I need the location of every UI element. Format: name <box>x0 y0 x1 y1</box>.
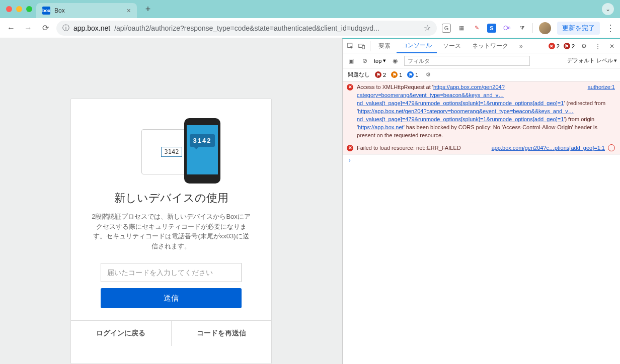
console-tab[interactable]: コンソール <box>397 39 437 53</box>
devtools-menu-icon[interactable]: ⋮ <box>593 41 603 51</box>
separator <box>370 41 370 51</box>
console-link[interactable]: https://app.box.net/gen204?category=boom… <box>357 108 574 122</box>
svg-rect-2 <box>362 45 364 49</box>
phone-code-bubble: 3142 <box>190 134 215 147</box>
console-output: ✕ authorize:1 Access to XMLHttpRequest a… <box>343 81 620 364</box>
submit-button[interactable]: 送信 <box>101 288 242 308</box>
more-tabs-button[interactable]: » <box>514 39 528 53</box>
issue-badge-red[interactable]: ⚑2 <box>375 71 386 78</box>
devtools-tabs: 要素 コンソール ソース ネットワーク » ✕2 ⚑2 ⚙ ⋮ ✕ <box>343 39 620 53</box>
network-error-icon[interactable] <box>608 144 615 151</box>
site-info-icon[interactable]: ⓘ <box>62 24 69 33</box>
extension-icon[interactable]: ✎ <box>472 24 481 33</box>
profile-avatar[interactable] <box>539 22 551 34</box>
message-source-link[interactable]: app.box.com/gen204?c…ptions[add_geo]=1:1 <box>492 144 605 152</box>
forward-button[interactable]: → <box>22 22 34 34</box>
page-content: 3142 3142 新しいデバイスの使用 2段階認証プロセスでは、新しいデバイス… <box>0 38 342 364</box>
separator <box>532 23 533 33</box>
extension-icon[interactable]: S <box>487 24 496 33</box>
illustration-code: 3142 <box>161 147 183 157</box>
tab-title: Box <box>54 7 65 14</box>
card-title: 新しいデバイスの使用 <box>86 191 256 206</box>
console-filter-input[interactable] <box>404 56 530 66</box>
two-factor-card: 3142 3142 新しいデバイスの使用 2段階認証プロセスでは、新しいデバイス… <box>70 99 272 364</box>
settings-gear-icon[interactable]: ⚙ <box>579 41 589 51</box>
tabs-overflow-button[interactable]: ⌄ <box>602 3 614 15</box>
verification-code-input[interactable] <box>101 263 242 282</box>
network-tab[interactable]: ネットワーク <box>467 39 513 53</box>
minimize-window-button[interactable] <box>16 6 22 12</box>
issue-badge-blue[interactable]: ⚑1 <box>407 71 418 78</box>
chevron-down-icon: ▾ <box>383 57 386 64</box>
extension-icon[interactable]: ▦ <box>457 24 466 33</box>
clear-console-icon[interactable]: ⊘ <box>360 56 370 66</box>
sources-tab[interactable]: ソース <box>438 39 466 53</box>
reload-button[interactable]: ⟳ <box>39 22 51 34</box>
message-text: Failed to load resource: net::ERR_FAILED <box>357 145 461 151</box>
extension-icon[interactable]: G <box>442 24 451 33</box>
phone-mock: 3142 <box>184 118 220 184</box>
devtools-panel: 要素 コンソール ソース ネットワーク » ✕2 ⚑2 ⚙ ⋮ ✕ ▣ ⊘ to… <box>342 38 620 364</box>
elements-tab[interactable]: 要素 <box>373 39 396 53</box>
extensions-menu-icon[interactable]: ⧩ <box>517 24 526 33</box>
console-link[interactable]: https://app.box.net <box>358 124 404 130</box>
log-level-selector[interactable]: デフォルト レベル ▾ <box>567 57 617 64</box>
chrome-menu-icon[interactable]: ⋮ <box>606 23 615 34</box>
resend-code-button[interactable]: コードを再送信 <box>171 321 272 346</box>
error-count: 2 <box>557 43 560 49</box>
no-issues-label: 問題なし <box>348 71 370 78</box>
back-to-login-button[interactable]: ログインに戻る <box>71 321 171 346</box>
traffic-lights <box>6 6 32 12</box>
console-settings-gear-icon[interactable]: ⚙ <box>423 70 433 80</box>
maximize-window-button[interactable] <box>26 6 32 12</box>
error-icon: ✕ <box>347 145 353 151</box>
issue-count-badge[interactable]: ⚑2 <box>564 43 575 49</box>
device-toolbar-icon[interactable] <box>357 41 367 51</box>
console-filter-bar: ▣ ⊘ top ▾ ◉ デフォルト レベル ▾ <box>343 53 620 68</box>
browser-chrome: box Box × + ⌄ ← → ⟳ ⓘ app.box.net/api/oa… <box>0 0 620 38</box>
update-chrome-button[interactable]: 更新を完了 <box>557 22 600 35</box>
extension-icons: G ▦ ✎ S ⬡8 ⧩ 更新を完了 ⋮ <box>442 22 615 35</box>
url-path: /api/oauth2/authorize?response_type=code… <box>114 24 379 32</box>
new-tab-button[interactable]: + <box>141 2 155 16</box>
device-illustration: 3142 3142 <box>86 114 256 185</box>
message-text: Access to XMLHttpRequest at ' <box>357 84 433 90</box>
error-count-badge[interactable]: ✕2 <box>549 43 560 49</box>
message-source-link[interactable]: authorize:1 <box>588 83 615 92</box>
tab-favicon: box <box>42 7 50 15</box>
console-prompt[interactable]: › <box>343 155 620 166</box>
inspect-element-icon[interactable] <box>346 41 356 51</box>
issue-badge-orange[interactable]: ⚑1 <box>391 71 402 78</box>
address-bar[interactable]: ⓘ app.box.net/api/oauth2/authorize?respo… <box>56 21 437 36</box>
extension-icon[interactable]: ⬡8 <box>502 24 511 33</box>
card-description: 2段階認証プロセスでは、新しいデバイスからBoxにアクセスする際にセキュリティコ… <box>86 212 256 251</box>
toolbar: ← → ⟳ ⓘ app.box.net/api/oauth2/authorize… <box>0 18 620 38</box>
error-icon: ✕ <box>347 84 353 90</box>
browser-tab[interactable]: box Box × <box>36 3 137 18</box>
live-expression-icon[interactable]: ◉ <box>390 56 400 66</box>
console-sidebar-toggle-icon[interactable]: ▣ <box>346 56 356 66</box>
context-selector[interactable]: top ▾ <box>374 57 386 64</box>
console-error-message: ✕ authorize:1 Access to XMLHttpRequest a… <box>343 81 620 142</box>
issues-bar: 問題なし ⚑2 ⚑1 ⚑1 ⚙ <box>343 68 620 81</box>
back-button[interactable]: ← <box>5 22 17 34</box>
bookmark-star-icon[interactable]: ☆ <box>424 23 431 33</box>
console-error-message: ✕ app.box.com/gen204?c…ptions[add_geo]=1… <box>343 142 620 155</box>
url-host: app.box.net <box>73 24 110 32</box>
close-window-button[interactable] <box>6 6 12 12</box>
titlebar: box Box × + ⌄ <box>0 0 620 18</box>
issue-count: 2 <box>572 43 575 49</box>
close-devtools-icon[interactable]: ✕ <box>607 41 617 51</box>
tab-close-icon[interactable]: × <box>127 7 131 15</box>
